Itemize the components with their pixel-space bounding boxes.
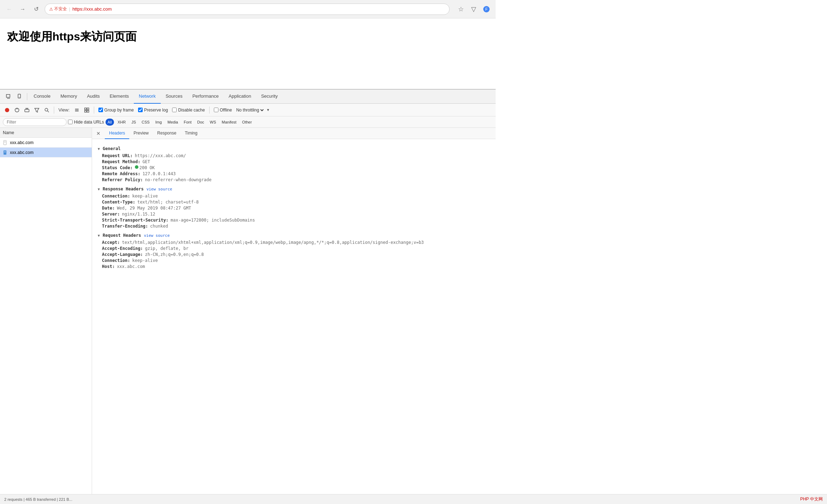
back-button[interactable]: ← [4,4,14,14]
offline-checkbox[interactable] [214,108,218,112]
preserve-log-label[interactable]: Preserve log [138,108,168,113]
group-by-frame-label[interactable]: Group by frame [98,108,134,113]
filter-input[interactable] [3,118,67,126]
address-bar: ⚠ 不安全 | https://xxx.abc.com [45,4,450,15]
filter-type-css[interactable]: CSS [139,119,152,126]
status-bar: 2 requests | 465 B transferred | 221 B..… [0,494,496,504]
search-button[interactable] [42,106,51,114]
tab-sources[interactable]: Sources [161,90,188,104]
tab-response[interactable]: Response [153,128,181,139]
tab-preview[interactable]: Preview [129,128,153,139]
separator: | [69,6,70,12]
warning-icon: ⚠ [49,7,53,12]
tab-network[interactable]: Network [134,90,161,104]
tab-memory[interactable]: Memory [56,90,82,104]
hide-data-urls-label[interactable]: Hide data URLs [68,120,104,125]
tab-headers[interactable]: Headers [105,128,129,139]
filter-type-ws[interactable]: WS [208,119,218,126]
tab-console[interactable]: Console [29,90,56,104]
file-icon-2 [3,150,8,155]
stop-recording-button[interactable] [13,106,21,114]
req-accept-encoding-row: Accept-Encoding: gzip, deflate, br [98,246,490,251]
response-date-row: Date: Wed, 29 May 2019 08:47:27 GMT [98,206,490,211]
response-headers-view-source[interactable]: view source [147,187,172,191]
general-remote-address-row: Remote Address: 127.0.0.1:443 [98,171,490,176]
extension-button[interactable]: ▽ [469,4,479,14]
reload-button[interactable]: ↺ [31,4,41,14]
record-button[interactable] [3,106,11,114]
tab-elements[interactable]: Elements [105,90,134,104]
svg-rect-2 [6,94,10,97]
transfer-encoding-name: Transfer-Encoding: [102,224,148,229]
file-icon-1 [3,140,8,145]
request-headers-section-header[interactable]: ▼ Request Headers view source [98,233,490,238]
request-method-value: GET [142,159,150,164]
filter-type-font[interactable]: Font [182,119,194,126]
view-grid-button[interactable] [82,106,91,114]
view-label: View: [58,107,70,113]
offline-label[interactable]: Offline [214,108,232,113]
filter-type-manifest[interactable]: Manifest [219,119,239,126]
tab-application[interactable]: Application [224,90,256,104]
response-headers-section-header[interactable]: ▼ Response Headers view source [98,187,490,191]
filter-type-other[interactable]: Other [240,119,254,126]
offline-text: Offline [220,108,232,113]
clear-button[interactable] [23,106,31,114]
sts-value: max-age=172800; includeSubDomains [171,218,255,223]
filter-type-all[interactable]: All [105,119,114,126]
tab-security[interactable]: Security [256,90,283,104]
security-text: 不安全 [54,6,67,12]
tab-timing[interactable]: Timing [181,128,202,139]
general-section-header[interactable]: ▼ General [98,146,490,151]
preserve-log-checkbox[interactable] [138,108,143,112]
filter-type-media[interactable]: Media [165,119,180,126]
status-code-name: Status Code: [102,165,133,170]
host-name: Host: [102,264,115,269]
filter-type-img[interactable]: Img [153,119,164,126]
server-value: nginx/1.15.12 [122,212,155,217]
device-toolbar-button[interactable] [14,91,25,102]
toolbar-separator-1 [54,107,54,114]
request-headers-view-source[interactable]: view source [144,233,170,238]
filter-type-doc[interactable]: Doc [195,119,206,126]
req-accept-row: Accept: text/html,application/xhtml+xml,… [98,240,490,245]
disable-cache-label[interactable]: Disable cache [172,108,205,113]
status-code-value: 200 OK [139,165,155,170]
inspect-element-button[interactable] [3,91,14,102]
view-list-button[interactable] [73,106,81,114]
list-item[interactable]: xxx.abc.com [0,138,92,148]
accept-language-value: zh-CN,zh;q=0.9,en;q=0.8 [145,252,204,257]
request-method-name: Request Method: [102,159,140,164]
close-detail-button[interactable]: ✕ [95,130,102,137]
browser-toolbar: ← → ↺ ⚠ 不安全 | https://xxx.abc.com ☆ ▽ F [0,0,496,18]
referrer-policy-value: no-referrer-when-downgrade [145,177,212,182]
throttle-select[interactable]: No throttling [235,107,265,113]
preserve-log-text: Preserve log [144,108,168,113]
filter-type-js[interactable]: JS [129,119,138,126]
browser-icons: ☆ ▽ F [456,4,491,14]
disable-cache-checkbox[interactable] [172,108,177,112]
list-item-name-2: xxx.abc.com [10,150,34,155]
hide-data-urls-checkbox[interactable] [68,120,73,124]
response-connection-row: Connection: keep-alive [98,194,490,199]
disable-cache-text: Disable cache [178,108,205,113]
devtools: Console Memory Audits Elements Network S… [0,89,496,504]
filter-button[interactable] [33,106,41,114]
filter-type-xhr[interactable]: XHR [115,119,128,126]
request-url-name: Request URL: [102,153,133,158]
response-content-type-row: Content-Type: text/html; charset=utf-8 [98,200,490,205]
url-text[interactable]: https://xxx.abc.com [72,6,112,12]
network-panel: Name xxx.abc.com xxx.abc.com ✕ Hea [0,128,496,504]
status-text: 2 requests | 465 B transferred | 221 B..… [4,497,72,502]
toolbar-separator-3 [209,107,210,114]
tab-performance[interactable]: Performance [187,90,223,104]
svg-rect-26 [4,150,6,155]
accept-encoding-name: Accept-Encoding: [102,246,143,251]
group-by-frame-checkbox[interactable] [98,108,103,112]
forward-button[interactable]: → [18,4,28,14]
svg-rect-20 [87,108,89,110]
tab-audits[interactable]: Audits [82,90,105,104]
profile-button[interactable]: F [481,4,491,14]
bookmark-button[interactable]: ☆ [456,4,466,14]
list-item[interactable]: xxx.abc.com [0,148,92,158]
